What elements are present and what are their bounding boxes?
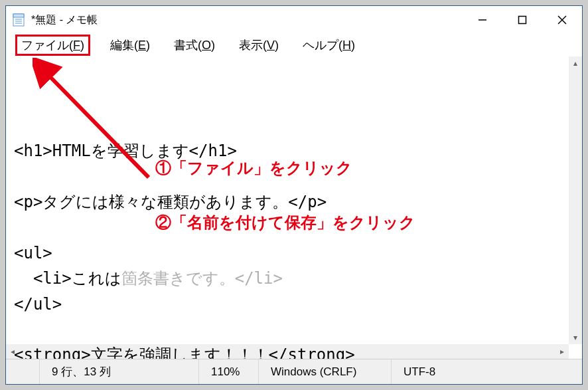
close-button[interactable] <box>542 6 582 34</box>
status-pad <box>6 359 39 384</box>
menu-help[interactable]: ヘルプ(H) <box>299 36 359 54</box>
window-title: *無題 - メモ帳 <box>31 13 98 27</box>
editor-line: <strong>文字を強調します！！！</strong> <box>14 345 355 359</box>
svg-rect-1 <box>13 14 24 17</box>
statusbar: 9 行、13 列 110% Windows (CRLF) UTF-8 <box>6 359 582 384</box>
menu-file[interactable]: ファイル(F) <box>15 35 90 56</box>
editor-line: <p>タグには様々な種類があります。</p> <box>14 193 327 211</box>
maximize-button[interactable] <box>502 6 542 34</box>
annotation-step-1: ①「ファイル」をクリック <box>155 157 352 179</box>
status-line-ending: Windows (CRLF) <box>258 359 391 384</box>
notepad-window: *無題 - メモ帳 ファイル(F) 編集(E) 書式(O) 表示(V) ヘルプ(… <box>5 5 583 385</box>
titlebar: *無題 - メモ帳 <box>6 6 582 34</box>
menubar: ファイル(F) 編集(E) 書式(O) 表示(V) ヘルプ(H) <box>6 34 582 56</box>
annotation-step-2: ②「名前を付けて保存」をクリック <box>155 212 415 233</box>
editor-content: <h1>HTMLを学習します</h1> <p>タグには様々な種類があります。</… <box>14 113 574 359</box>
scroll-up-icon[interactable]: ▴ <box>569 56 582 70</box>
editor-line: <ul> <box>14 244 52 262</box>
menu-view[interactable]: 表示(V) <box>235 36 283 54</box>
status-position: 9 行、13 列 <box>39 359 198 384</box>
minimize-button[interactable] <box>463 6 502 34</box>
editor-line: </ul> <box>14 295 62 314</box>
status-encoding: UTF-8 <box>391 359 582 384</box>
menu-edit[interactable]: 編集(E) <box>106 36 154 54</box>
editor-line-dim: 箇条書きです。</li> <box>121 269 283 288</box>
menu-format[interactable]: 書式(O) <box>170 36 219 54</box>
editor-line: <li>これは <box>14 269 121 288</box>
notepad-icon <box>11 13 26 27</box>
status-zoom: 110% <box>198 359 258 384</box>
svg-rect-6 <box>519 17 526 24</box>
editor-textarea[interactable]: <h1>HTMLを学習します</h1> <p>タグには様々な種類があります。</… <box>6 56 582 359</box>
